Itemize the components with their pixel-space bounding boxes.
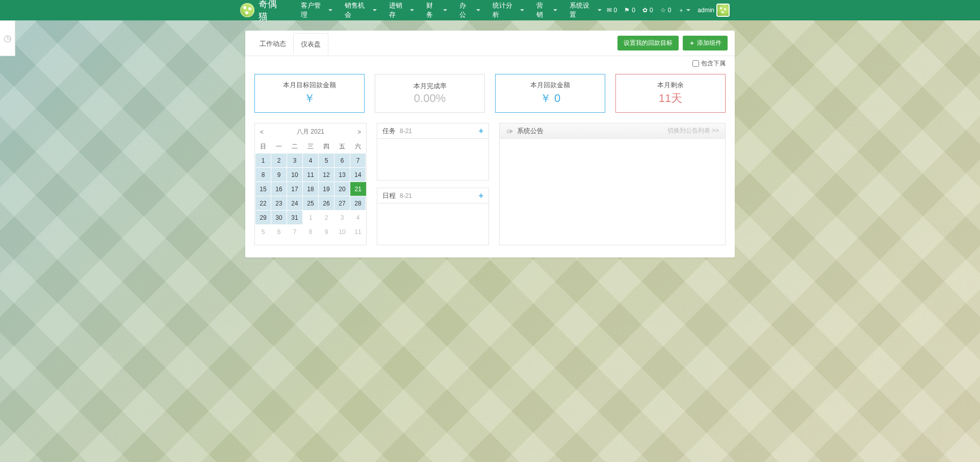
- cal-dow: 六: [350, 140, 366, 153]
- cal-day[interactable]: 5: [255, 225, 271, 239]
- nav-flag[interactable]: ⚑0: [624, 7, 635, 14]
- chevron-down-icon: [443, 9, 447, 11]
- cal-day[interactable]: 15: [255, 182, 271, 196]
- cal-day[interactable]: 2: [271, 153, 287, 168]
- chevron-down-icon: [598, 9, 602, 11]
- cal-next[interactable]: >: [357, 129, 361, 136]
- tab-dashboard[interactable]: 仪表盘: [293, 33, 328, 55]
- cal-day[interactable]: 19: [319, 182, 334, 196]
- card-target-amount: 本月目标回款金额 ￥: [254, 74, 365, 113]
- cal-dow: 四: [319, 140, 334, 153]
- add-widget-button[interactable]: ＋添加组件: [683, 36, 728, 50]
- cal-day[interactable]: 21: [350, 182, 366, 196]
- cal-day[interactable]: 17: [287, 182, 303, 196]
- menu-item-0[interactable]: 客户管理: [296, 0, 338, 24]
- cal-day[interactable]: 24: [287, 196, 303, 211]
- cal-day[interactable]: 7: [287, 225, 303, 239]
- cal-day[interactable]: 23: [271, 196, 287, 211]
- announcement-title: 系统公告: [517, 126, 544, 136]
- calendar-table: 日一二三四五六 12345678910111213141516171819202…: [255, 140, 366, 239]
- logo-icon: [240, 3, 254, 17]
- schedule-title: 日程: [382, 191, 396, 200]
- cal-dow: 五: [334, 140, 350, 153]
- schedule-add-button[interactable]: +: [479, 191, 483, 200]
- cal-day[interactable]: 8: [255, 168, 271, 182]
- nav-star[interactable]: ☆0: [660, 7, 672, 14]
- menu-item-1[interactable]: 销售机会: [340, 0, 382, 24]
- chevron-down-icon: [328, 9, 332, 11]
- cal-day[interactable]: 9: [271, 168, 287, 182]
- cal-day[interactable]: 18: [303, 182, 319, 196]
- brand[interactable]: 奇偶猫: [240, 0, 286, 22]
- menu-item-6[interactable]: 营 销: [531, 0, 562, 24]
- cal-title: 八月 2021: [297, 127, 324, 136]
- task-add-button[interactable]: +: [479, 126, 483, 136]
- cal-day[interactable]: 3: [334, 211, 350, 225]
- task-title: 任务: [382, 126, 396, 136]
- task-panel: 任务 8-21 +: [377, 123, 489, 181]
- include-subordinates-checkbox[interactable]: 包含下属: [692, 59, 726, 68]
- chevron-down-icon: [686, 9, 690, 11]
- cal-day[interactable]: 26: [319, 196, 334, 211]
- cal-day[interactable]: 5: [319, 153, 334, 168]
- speaker-icon: 🕪: [506, 127, 513, 135]
- cal-day[interactable]: 10: [334, 225, 350, 239]
- menu-item-2[interactable]: 进销存: [384, 0, 420, 24]
- cal-day[interactable]: 11: [350, 225, 366, 239]
- cal-day[interactable]: 7: [350, 153, 366, 168]
- main-menu: 客户管理销售机会进销存财 务办 公统计分析营 销系统设置: [296, 0, 607, 24]
- cal-day[interactable]: 4: [303, 153, 319, 168]
- menu-item-7[interactable]: 系统设置: [564, 0, 607, 24]
- cal-dow: 一: [271, 140, 287, 153]
- cal-day[interactable]: 1: [255, 153, 271, 168]
- cal-day[interactable]: 25: [303, 196, 319, 211]
- card-days-remaining: 本月剩余 11天: [615, 74, 726, 113]
- gear-icon: ✿: [642, 7, 648, 14]
- cal-day[interactable]: 10: [287, 168, 303, 182]
- cal-day[interactable]: 11: [303, 168, 319, 182]
- chevron-down-icon: [553, 9, 557, 11]
- cal-day[interactable]: 14: [350, 168, 366, 182]
- cal-day[interactable]: 27: [334, 196, 350, 211]
- cal-day[interactable]: 29: [255, 211, 271, 225]
- chevron-down-icon: [520, 9, 524, 11]
- schedule-panel: 日程 8-21 +: [377, 188, 489, 245]
- cal-prev[interactable]: <: [260, 129, 264, 136]
- cal-day[interactable]: 13: [334, 168, 350, 182]
- card-received-amount: 本月回款金额 ￥ 0: [495, 74, 605, 113]
- cal-day[interactable]: 6: [271, 225, 287, 239]
- calendar-panel: < 八月 2021 > 日一二三四五六 12345678910111213141…: [254, 123, 367, 245]
- set-goal-button[interactable]: 设置我的回款目标: [617, 36, 679, 50]
- cal-day[interactable]: 28: [350, 196, 366, 211]
- cal-day[interactable]: 12: [319, 168, 334, 182]
- nav-add[interactable]: ＋: [678, 6, 690, 15]
- cal-day[interactable]: 6: [334, 153, 350, 168]
- history-sidebar-toggle[interactable]: ◷: [0, 20, 15, 56]
- nav-gear[interactable]: ✿0: [642, 7, 653, 14]
- include-subordinates-input[interactable]: [692, 60, 699, 67]
- cal-day[interactable]: 20: [334, 182, 350, 196]
- panels-row: < 八月 2021 > 日一二三四五六 12345678910111213141…: [245, 116, 735, 250]
- tab-feed[interactable]: 工作动态: [252, 33, 293, 54]
- cal-day[interactable]: 22: [255, 196, 271, 211]
- menu-item-5[interactable]: 统计分析: [487, 0, 530, 24]
- flag-icon: ⚑: [624, 7, 630, 14]
- nav-mail[interactable]: ✉0: [607, 7, 617, 14]
- cal-day[interactable]: 1: [303, 211, 319, 225]
- cal-day[interactable]: 31: [287, 211, 303, 225]
- chevron-down-icon: [373, 9, 377, 11]
- menu-item-4[interactable]: 办 公: [454, 0, 485, 24]
- announcement-switch-link[interactable]: 切换到公告列表 >>: [667, 126, 719, 135]
- cal-day[interactable]: 16: [271, 182, 287, 196]
- nav-user[interactable]: admin: [698, 4, 730, 17]
- cal-day[interactable]: 2: [319, 211, 334, 225]
- cal-day[interactable]: 9: [319, 225, 334, 239]
- cal-day[interactable]: 4: [350, 211, 366, 225]
- main-card: 工作动态 仪表盘 设置我的回款目标 ＋添加组件 包含下属 本月目标回款金额 ￥ …: [245, 31, 735, 258]
- star-icon: ☆: [660, 7, 666, 14]
- cal-day[interactable]: 30: [271, 211, 287, 225]
- menu-item-3[interactable]: 财 务: [421, 0, 452, 24]
- chevron-down-icon: [476, 9, 480, 11]
- cal-day[interactable]: 8: [303, 225, 319, 239]
- cal-day[interactable]: 3: [287, 153, 303, 168]
